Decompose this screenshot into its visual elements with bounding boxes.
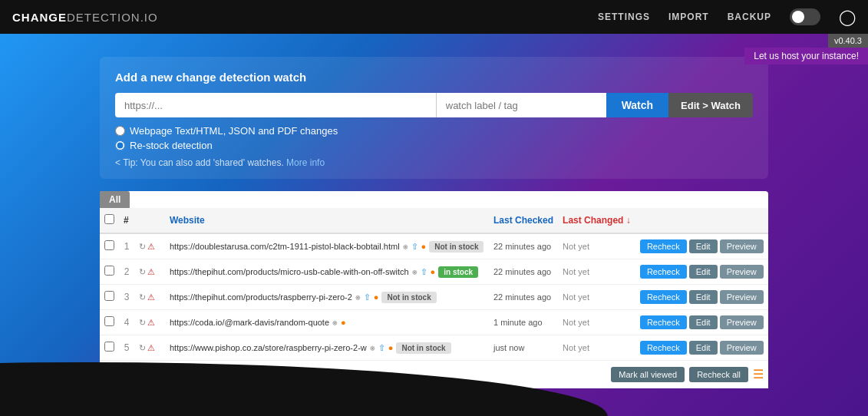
row-checkbox[interactable]: [104, 342, 114, 352]
preview-button[interactable]: Preview: [720, 239, 764, 253]
bell-icon[interactable]: ⚠: [147, 318, 155, 328]
preview-button[interactable]: Preview: [720, 290, 764, 304]
col-last-changed[interactable]: Last Changed ↓: [558, 208, 635, 233]
header-nav: SETTINGS IMPORT BACKUP ◯: [598, 8, 856, 26]
edit-watch-button[interactable]: Edit > Watch: [668, 93, 753, 117]
last-changed-cell: Not yet: [558, 310, 635, 335]
col-website[interactable]: Website: [165, 208, 489, 233]
col-last-checked[interactable]: Last Checked: [489, 208, 558, 233]
stock-badge: Not in stock: [396, 342, 451, 354]
table-body: 1 ↻ ⚠ https://doublestarusa.com/c2tm-191…: [100, 233, 768, 361]
rss-icon[interactable]: ☰: [753, 367, 764, 382]
row-url-text: https://www.pishop.co.za/store/raspberry…: [170, 343, 367, 352]
preview-button[interactable]: Preview: [720, 341, 764, 355]
select-all-checkbox[interactable]: [104, 214, 114, 224]
edit-button[interactable]: Edit: [689, 315, 718, 329]
edit-button[interactable]: Edit: [689, 341, 718, 355]
all-tab[interactable]: All: [100, 191, 130, 208]
radio-restock-label: Re-stock detection: [130, 140, 213, 151]
row-number: 3: [119, 285, 134, 310]
bell-icon[interactable]: ⚠: [147, 242, 155, 252]
row-checkbox[interactable]: [104, 266, 114, 276]
label-input[interactable]: [436, 93, 606, 117]
table-row: 3 ↻ ⚠ https://thepihut.com/products/rasp…: [100, 285, 768, 310]
header: CHANGEDETECTION.IO SETTINGS IMPORT BACKU…: [0, 0, 868, 34]
recheck-all-button[interactable]: Recheck all: [689, 367, 748, 382]
watch-button[interactable]: Watch: [606, 93, 668, 117]
refresh-icon[interactable]: ↻: [139, 242, 146, 252]
col-num: #: [119, 208, 134, 233]
external-link-icon[interactable]: ⎈: [403, 242, 408, 251]
radio-restock[interactable]: Re-stock detection: [115, 140, 753, 151]
col-icons: [134, 208, 165, 233]
edit-button[interactable]: Edit: [689, 290, 718, 304]
host-banner[interactable]: Let us host your instance!: [744, 48, 868, 64]
external-link-icon[interactable]: ⎈: [355, 292, 361, 302]
share-icon[interactable]: ⇧: [411, 242, 418, 252]
row-url-text: https://thepihut.com/products/raspberry-…: [170, 292, 352, 302]
theme-toggle[interactable]: [790, 8, 820, 25]
col-actions: [635, 208, 768, 233]
share-icon[interactable]: ⇧: [421, 267, 427, 277]
refresh-icon[interactable]: ↻: [139, 292, 146, 302]
row-number: 1: [119, 233, 134, 259]
external-link-icon[interactable]: ⎈: [332, 318, 338, 327]
recheck-button[interactable]: Recheck: [640, 239, 687, 253]
radio-group: Webpage Text/HTML, JSON and PDF changes …: [115, 125, 753, 151]
tip-text: < Tip: You can also add 'shared' watches…: [115, 157, 753, 168]
stock-badge: Not in stock: [429, 241, 484, 253]
table-row: 4 ↻ ⚠ https://coda.io/@mark-davis/random…: [100, 310, 768, 335]
last-checked-cell: 22 minutes ago: [489, 233, 558, 259]
url-input[interactable]: [115, 93, 436, 117]
nav-backup[interactable]: BACKUP: [728, 12, 771, 22]
table-section: All # Website Last Checked Last Changed …: [100, 191, 768, 388]
refresh-icon[interactable]: ↻: [139, 343, 146, 353]
recheck-button[interactable]: Recheck: [640, 265, 687, 279]
last-checked-cell: 22 minutes ago: [489, 285, 558, 310]
radio-restock-input[interactable]: [115, 140, 125, 150]
row-number: 4: [119, 310, 134, 335]
refresh-icon[interactable]: ↻: [139, 267, 146, 277]
main-content: v0.40.3 Let us host your instance! Add a…: [0, 34, 868, 416]
radio-webpage-input[interactable]: [115, 126, 125, 136]
nav-import[interactable]: IMPORT: [668, 12, 709, 22]
refresh-icon[interactable]: ↻: [139, 318, 146, 328]
recheck-button[interactable]: Recheck: [640, 341, 687, 355]
edit-button[interactable]: Edit: [689, 239, 718, 253]
row-number: 5: [119, 335, 134, 361]
table-row: 2 ↻ ⚠ https://thepihut.com/products/micr…: [100, 259, 768, 285]
chrome-icon: ●: [421, 242, 427, 251]
recheck-button[interactable]: Recheck: [640, 290, 687, 304]
row-checkbox[interactable]: [104, 291, 114, 301]
edit-button[interactable]: Edit: [689, 265, 718, 279]
recheck-button[interactable]: Recheck: [640, 315, 687, 329]
radio-webpage-label: Webpage Text/HTML, JSON and PDF changes: [130, 125, 338, 137]
radio-webpage[interactable]: Webpage Text/HTML, JSON and PDF changes: [115, 125, 753, 137]
last-changed-cell: Not yet: [558, 335, 635, 361]
external-link-icon[interactable]: ⎈: [412, 267, 417, 276]
row-checkbox[interactable]: [104, 240, 114, 250]
last-changed-cell: Not yet: [558, 285, 635, 310]
table-row: 1 ↻ ⚠ https://doublestarusa.com/c2tm-191…: [100, 233, 768, 259]
bell-icon[interactable]: ⚠: [147, 343, 155, 353]
share-icon[interactable]: ⇧: [378, 343, 385, 353]
share-icon[interactable]: ⇧: [364, 292, 371, 302]
bell-icon[interactable]: ⚠: [147, 292, 155, 302]
last-checked-cell: just now: [489, 335, 558, 361]
github-icon[interactable]: ◯: [839, 8, 856, 26]
table-header: # Website Last Checked Last Changed ↓: [100, 208, 768, 233]
bell-icon[interactable]: ⚠: [147, 267, 155, 277]
chrome-icon: ●: [341, 318, 346, 327]
preview-button[interactable]: Preview: [720, 315, 764, 329]
mark-all-viewed-button[interactable]: Mark all viewed: [611, 367, 685, 382]
preview-button[interactable]: Preview: [720, 265, 764, 279]
external-link-icon[interactable]: ⎈: [370, 343, 375, 352]
tip-link[interactable]: More info: [286, 157, 325, 168]
chrome-icon: ●: [431, 267, 436, 276]
add-watch-section: Add a new change detection watch Watch E…: [100, 57, 768, 179]
row-checkbox[interactable]: [104, 316, 114, 326]
row-url-text: https://thepihut.com/products/micro-usb-…: [170, 267, 409, 276]
nav-settings[interactable]: SETTINGS: [598, 12, 650, 22]
watches-table: # Website Last Checked Last Changed ↓ 1 …: [100, 208, 768, 361]
last-checked-cell: 1 minute ago: [489, 310, 558, 335]
